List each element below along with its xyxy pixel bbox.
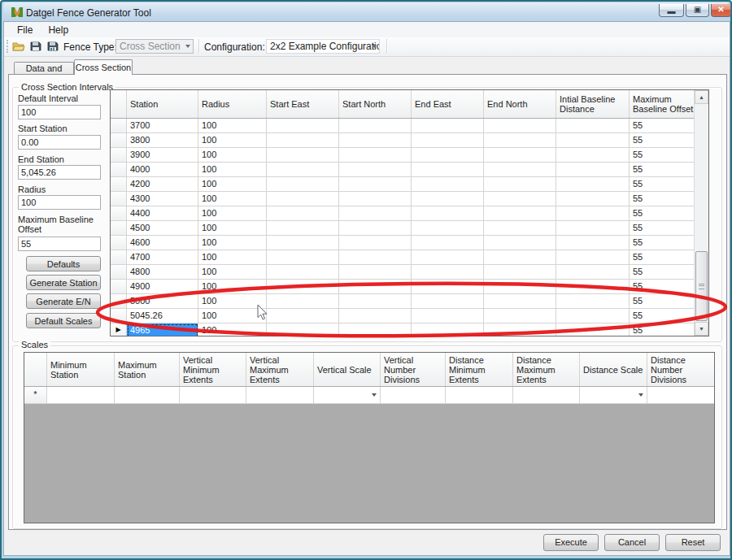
cell-max-baseline-offset[interactable]: 55 (630, 236, 694, 250)
cell-start-north[interactable] (339, 163, 412, 176)
cell-distance-scale[interactable] (580, 387, 647, 403)
col-header-start-east[interactable]: Start East (267, 90, 339, 118)
table-row[interactable]: 430010055 (111, 192, 708, 206)
cell-max-baseline-offset[interactable]: 55 (630, 148, 694, 162)
cell-end-east[interactable] (412, 236, 484, 250)
cell-station[interactable]: 4600 (127, 236, 198, 250)
cell-end-north[interactable] (484, 309, 556, 323)
col-header-vertical-number-divisions[interactable]: Vertical Number Divisions (381, 353, 446, 386)
col-header-distance-scale[interactable]: Distance Scale (580, 353, 647, 386)
cell-station[interactable]: 4200 (127, 177, 198, 191)
row-indicator[interactable]: ▶ (111, 323, 127, 336)
row-indicator[interactable] (111, 177, 127, 191)
generate-station-button[interactable]: Generate Station (26, 275, 101, 290)
table-row[interactable]: 380010055 (111, 133, 708, 148)
cell-start-east[interactable] (267, 309, 339, 323)
cell-distance-maximum-extents[interactable] (513, 387, 580, 403)
cell-start-north[interactable] (339, 323, 412, 336)
row-indicator[interactable] (111, 206, 127, 220)
cell-end-north[interactable] (484, 148, 556, 162)
cell-initial-baseline-distance[interactable] (556, 221, 630, 235)
table-row[interactable]: 400010055 (111, 163, 708, 177)
cell-max-baseline-offset[interactable]: 55 (630, 206, 694, 220)
scroll-up-button[interactable]: ▲ (695, 90, 708, 104)
menu-file[interactable]: File (11, 22, 39, 36)
cell-end-east[interactable] (412, 119, 484, 132)
cell-radius[interactable]: 100 (198, 294, 267, 308)
cell-initial-baseline-distance[interactable] (556, 206, 630, 220)
table-row[interactable]: 470010055 (111, 250, 708, 265)
cell-start-north[interactable] (339, 280, 412, 293)
cell-end-east[interactable] (412, 294, 484, 308)
reset-button[interactable]: Reset (665, 534, 721, 551)
radius-field[interactable]: 100 (18, 195, 101, 210)
cell-end-east[interactable] (412, 163, 484, 176)
minimize-button[interactable]: ▬ (659, 4, 684, 17)
cell-initial-baseline-distance[interactable] (556, 177, 630, 191)
cell-distance-minimum-extents[interactable] (446, 387, 513, 403)
cell-end-east[interactable] (412, 177, 484, 191)
menu-help[interactable]: Help (41, 22, 75, 36)
cell-max-baseline-offset[interactable]: 55 (630, 133, 694, 147)
cell-station[interactable]: 3800 (127, 133, 198, 147)
cell-start-north[interactable] (339, 250, 412, 264)
cell-end-north[interactable] (484, 177, 556, 191)
cell-radius[interactable]: 100 (198, 148, 267, 162)
cell-radius[interactable]: 100 (198, 119, 267, 132)
row-indicator[interactable] (111, 133, 127, 147)
cell-radius[interactable]: 100 (198, 250, 267, 264)
col-header-end-east[interactable]: End East (412, 90, 484, 118)
col-header-maximum-station[interactable]: Maximum Station (115, 353, 180, 386)
cancel-button[interactable]: Cancel (604, 534, 660, 551)
cell-station[interactable]: 4965 (127, 323, 198, 336)
col-header-start-north[interactable]: Start North (339, 90, 412, 118)
cell-maximum-station[interactable] (115, 387, 180, 403)
cell-start-east[interactable] (267, 192, 339, 206)
execute-button[interactable]: Execute (543, 534, 599, 551)
table-row[interactable]: 5045.2610055 (111, 309, 708, 323)
table-row[interactable]: ▶496510055 (111, 323, 708, 336)
cell-radius[interactable]: 100 (198, 280, 267, 293)
cell-max-baseline-offset[interactable]: 55 (630, 221, 694, 235)
tab-data-and-output[interactable]: Data and Output (14, 62, 74, 75)
table-row[interactable]: 390010055 (111, 148, 708, 163)
cell-minimum-station[interactable] (47, 387, 115, 403)
col-header-radius[interactable]: Radius (198, 90, 267, 118)
close-button[interactable]: ✕ (711, 4, 731, 17)
cell-end-east[interactable] (412, 280, 484, 293)
row-indicator[interactable] (111, 236, 127, 250)
configuration-combo[interactable]: 2x2 Example Configuration (266, 39, 380, 54)
cell-station[interactable]: 4300 (127, 192, 198, 206)
table-row[interactable]: 460010055 (111, 236, 708, 250)
cell-vertical-number-divisions[interactable] (381, 387, 446, 403)
cell-end-north[interactable] (484, 265, 556, 279)
cell-radius[interactable]: 100 (198, 163, 267, 176)
row-indicator[interactable] (111, 280, 127, 293)
cell-max-baseline-offset[interactable]: 55 (630, 309, 694, 323)
cell-max-baseline-offset[interactable]: 55 (630, 119, 694, 132)
save-icon[interactable] (29, 40, 42, 53)
cell-radius[interactable]: 100 (198, 236, 267, 250)
cell-start-east[interactable] (267, 133, 339, 147)
cell-initial-baseline-distance[interactable] (556, 309, 630, 323)
row-indicator[interactable] (111, 250, 127, 264)
end-station-field[interactable]: 5,045.26 (18, 165, 101, 180)
cell-max-baseline-offset[interactable]: 55 (630, 294, 694, 308)
cell-end-east[interactable] (412, 265, 484, 279)
cell-initial-baseline-distance[interactable] (556, 250, 630, 264)
cell-start-east[interactable] (267, 206, 339, 220)
start-station-field[interactable]: 0.00 (18, 135, 101, 150)
cell-station[interactable]: 3700 (127, 119, 198, 132)
cell-end-east[interactable] (412, 323, 484, 336)
table-row[interactable]: 490010055 (111, 280, 708, 294)
table-row[interactable]: 480010055 (111, 265, 708, 280)
cell-max-baseline-offset[interactable]: 55 (630, 163, 694, 176)
cell-start-east[interactable] (267, 280, 339, 293)
cell-start-east[interactable] (267, 265, 339, 279)
max-baseline-offset-field[interactable]: 55 (18, 237, 101, 251)
cell-initial-baseline-distance[interactable] (556, 236, 630, 250)
table-row[interactable]: 500010055 (111, 294, 708, 309)
cell-end-north[interactable] (484, 133, 556, 147)
cell-end-east[interactable] (412, 250, 484, 264)
cell-radius[interactable]: 100 (198, 309, 267, 323)
